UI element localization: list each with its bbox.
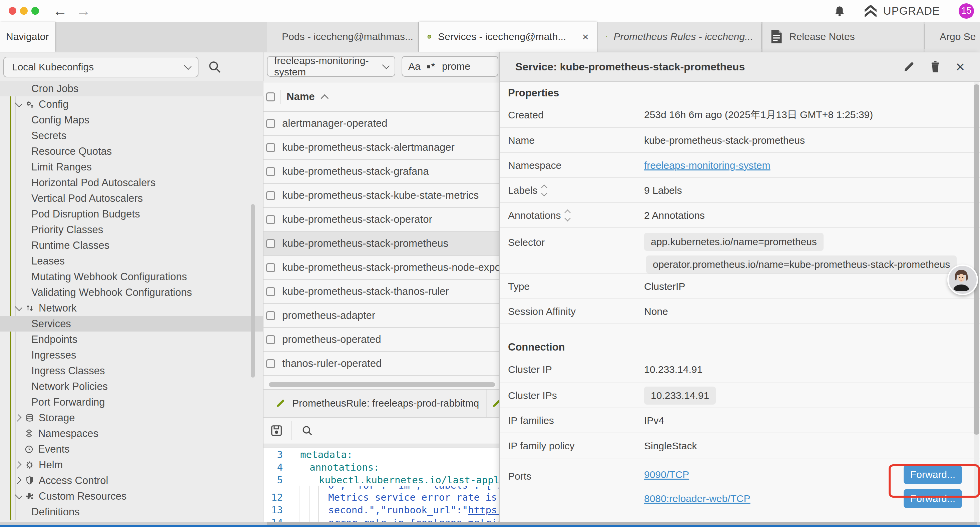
tab-pods[interactable]: Pods - icecheng@mathmas... [267,22,418,52]
sidebar-group-config[interactable]: Config [0,96,264,112]
row-checkbox[interactable] [266,287,275,296]
row-checkbox[interactable] [266,239,275,248]
table-row[interactable]: kube-prometheus-stack-kube-state-metrics [264,184,500,208]
navigator-panel-tab[interactable]: Navigator [0,22,55,52]
table-row[interactable]: kube-prometheus-stack-alertmanager [264,136,500,160]
yaml-editor[interactable]: 3metadata: 4annotations: 5kubectl.kubern… [264,448,500,527]
save-icon[interactable] [270,424,283,437]
forward-button-9090[interactable]: Forward... [904,465,962,484]
row-checkbox[interactable] [266,311,275,320]
sidebar-scrollbar[interactable] [251,204,255,377]
table-row[interactable]: kube-prometheus-stack-prometheus-node-ex… [264,256,500,280]
tab-close-icon[interactable]: × [582,30,589,43]
back-button[interactable]: ← [53,1,67,21]
expand-collapse-icon[interactable] [542,185,546,196]
sidebar-item-network-policies[interactable]: Network Policies [0,379,264,394]
row-checkbox[interactable] [266,119,275,128]
forward-button-8080[interactable]: Forward... [904,489,962,508]
sidebar-group-access-control[interactable]: Access Control [0,473,264,488]
traffic-light-close-icon[interactable] [9,7,16,15]
sidebar-item-cron-jobs[interactable]: Cron Jobs [0,81,264,96]
table-row[interactable]: prometheus-adapter [264,304,500,328]
sidebar-item-services[interactable]: Services [0,316,264,331]
tab-services[interactable]: Services - icecheng@math... × [419,22,597,52]
table-horizontal-scrollbar[interactable] [269,382,495,387]
sidebar-item-ingress-classes[interactable]: Ingress Classes [0,363,264,379]
sidebar-item-events[interactable]: Events [0,441,264,457]
namespace-selector[interactable]: freeleaps-monitoring-system [267,56,395,77]
row-checkbox[interactable] [266,191,275,200]
edit-pencil-icon[interactable] [903,61,915,73]
tab-release-notes[interactable]: Release Notes [762,22,924,52]
sidebar-item-mutating-webhook-configurations[interactable]: Mutating Webhook Configurations [0,269,264,285]
table-row[interactable]: alertmanager-operated [264,112,500,136]
chevron-right-icon [14,414,22,422]
table-row[interactable]: thanos-ruler-operated [264,352,500,376]
sort-ascending-icon[interactable] [321,94,329,102]
sidebar-item-runtime-classes[interactable]: Runtime Classes [0,237,264,253]
detail-row-session-affinity: Session Affinity None [500,299,980,324]
table-row[interactable]: kube-prometheus-stack-thanos-ruler [264,280,500,304]
upgrade-button[interactable]: UPGRADE [864,5,940,18]
traffic-light-minimize-icon[interactable] [20,7,28,15]
sidebar-item-namespaces[interactable]: Namespaces [0,426,264,441]
sidebar-group-helm[interactable]: Helm [0,457,264,473]
regex-toggle[interactable]: * [427,60,435,73]
connection-section-heading: Connection [500,336,980,357]
editor-search-icon[interactable] [301,424,313,437]
row-checkbox[interactable] [266,167,275,176]
sidebar-item-endpoints[interactable]: Endpoints [0,331,264,347]
forward-button[interactable]: → [76,1,91,21]
sidebar-item-pod-disruption-budgets[interactable]: Pod Disruption Budgets [0,206,264,222]
port-link-8080[interactable]: 8080:reloader-web/TCP [644,493,751,504]
sidebar-group-custom-resources[interactable]: Custom Resources [0,488,264,504]
sidebar-item-validating-webhook-configurations[interactable]: Validating Webhook Configurations [0,285,264,300]
sidebar-item-priority-classes[interactable]: Priority Classes [0,222,264,237]
sidebar-group-storage[interactable]: Storage [0,410,264,426]
kubeconfig-selector[interactable]: Local Kubeconfigs [3,57,199,77]
row-checkbox[interactable] [266,263,275,272]
tab-argo[interactable]: Argo Se [924,22,980,52]
row-checkbox[interactable] [266,215,275,224]
name-column-header[interactable]: Name [286,91,315,103]
sidebar-item-horizontal-pod-autoscalers[interactable]: Horizontal Pod Autoscalers [0,175,264,191]
code-url-link[interactable]: https://net [468,504,500,516]
table-row-selected[interactable]: kube-prometheus-stack-prometheus [264,232,500,256]
table-row[interactable]: prometheus-operated [264,328,500,352]
table-row[interactable]: kube-prometheus-stack-grafana [264,160,500,184]
editor-tab-prometheusrule[interactable]: PrometheusRule: freeleaps-prod-rabbitmq [264,390,486,417]
row-checkbox[interactable] [266,143,275,152]
sidebar-item-secrets[interactable]: Secrets [0,128,264,143]
delete-trash-icon[interactable] [930,61,941,73]
notifications-bell-icon[interactable] [834,4,845,18]
select-all-checkbox[interactable] [266,92,275,101]
namespace-link[interactable]: freeleaps-monitoring-system [644,160,770,171]
row-checkbox[interactable] [266,335,275,344]
editor-tab-next[interactable] [487,390,500,417]
table-row[interactable]: kube-prometheus-stack-operator [264,208,500,232]
sidebar-item-vertical-pod-autoscalers[interactable]: Vertical Pod Autoscalers [0,191,264,206]
list-search-input[interactable]: Aa * prome [402,56,498,77]
sidebar-item-ingresses[interactable]: Ingresses [0,347,264,363]
sidebar-item-port-forwarding[interactable]: Port Forwarding [0,394,264,410]
sidebar-search-icon[interactable] [207,60,222,74]
notification-count-badge[interactable]: 15 [959,3,974,19]
sidebar-item-leases[interactable]: Leases [0,253,264,269]
sidebar-item-config-maps[interactable]: Config Maps [0,112,264,128]
indent-guide [318,486,319,527]
detail-scrollbar-thumb[interactable] [974,84,979,435]
close-icon[interactable]: × [956,60,965,73]
sidebar-item-limit-ranges[interactable]: Limit Ranges [0,159,264,175]
avatar[interactable] [947,264,978,295]
sidebar-item-definitions[interactable]: Definitions [0,504,264,520]
bottom-horizontal-scrollbar[interactable] [0,522,980,525]
sidebar-item-resource-quotas[interactable]: Resource Quotas [0,143,264,159]
traffic-light-zoom-icon[interactable] [31,7,39,15]
row-checkbox[interactable] [266,359,275,368]
tab-prometheus-rules[interactable]: Prometheus Rules - icecheng... [598,22,762,52]
match-case-toggle[interactable]: Aa [408,61,421,72]
kubernetes-icon [427,29,431,44]
expand-collapse-icon[interactable] [565,210,570,220]
port-link-9090[interactable]: 9090/TCP [644,469,689,480]
sidebar-group-network[interactable]: Network [0,300,264,316]
